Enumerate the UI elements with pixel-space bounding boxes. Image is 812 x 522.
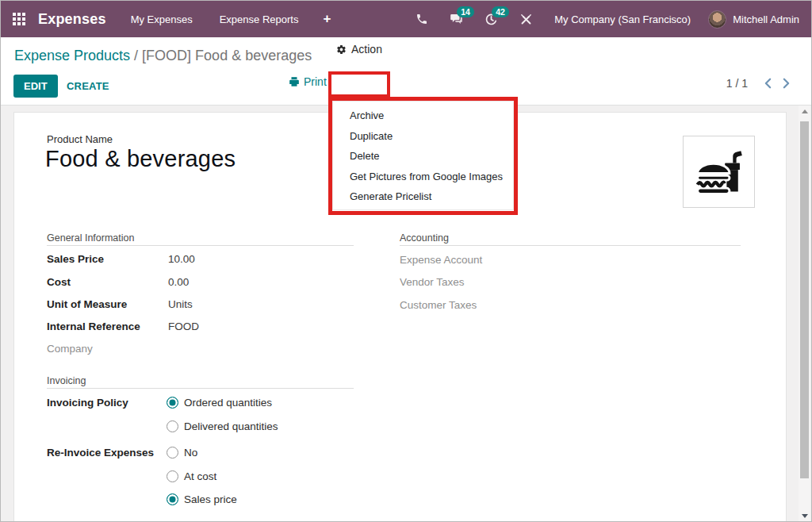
radio-label: Sales price (184, 493, 237, 505)
action-label: Action (351, 43, 382, 56)
product-name-value: Food & beverages (45, 146, 236, 172)
menu-my-expenses[interactable]: My Expenses (117, 1, 206, 37)
field-label: Unit of Measure (47, 298, 168, 310)
radio-label: Ordered quantities (184, 397, 272, 409)
odoo-window: Expenses My Expenses Expense Reports + 1… (0, 0, 812, 522)
field-cost: Cost 0.00 (47, 274, 189, 289)
radio-no[interactable]: No (167, 445, 197, 459)
menu-item-generate-pricelist[interactable]: Generate Pricelist (333, 186, 513, 207)
field-company: Company (47, 341, 168, 355)
burger-drink-icon (691, 144, 748, 201)
top-navbar: Expenses My Expenses Expense Reports + 1… (1, 1, 811, 37)
scrollbar-up-arrow-icon[interactable] (799, 106, 810, 117)
messages-count-badge: 14 (457, 6, 474, 17)
new-expense-plus-button[interactable]: + (312, 11, 342, 27)
field-label: Invoicing Policy (47, 397, 168, 409)
menu-item-delete[interactable]: Delete (333, 146, 513, 167)
field-label: Customer Taxes (400, 299, 521, 311)
menu-item-get-pictures[interactable]: Get Pictures from Google Images (333, 167, 513, 187)
radio-label: Delivered quantities (184, 420, 278, 432)
radio-ordered-quantities[interactable]: Ordered quantities (167, 395, 272, 409)
radio-button[interactable] (167, 447, 178, 459)
product-image[interactable] (683, 136, 755, 208)
field-label: Company (47, 343, 168, 355)
radio-button[interactable] (167, 470, 178, 482)
radio-button-checked[interactable] (167, 493, 178, 505)
print-button[interactable]: Print (289, 75, 327, 88)
user-avatar (708, 10, 726, 29)
scrollbar-thumb[interactable] (800, 121, 809, 478)
app-name[interactable]: Expenses (38, 11, 106, 28)
pager-previous-icon[interactable] (764, 78, 772, 89)
pager-count: 1 / 1 (726, 77, 748, 90)
radio-at-cost[interactable]: At cost (167, 469, 216, 483)
field-value[interactable]: Units (168, 298, 193, 310)
field-label: Sales Price (47, 253, 168, 265)
menu-expense-reports[interactable]: Expense Reports (206, 1, 312, 37)
field-reinvoice-expenses: Re-Invoice Expenses (47, 445, 168, 459)
menu-item-duplicate[interactable]: Duplicate (333, 126, 513, 147)
field-customer-taxes: Customer Taxes (400, 297, 521, 312)
crossed-tools-glyph (519, 13, 533, 26)
field-invoicing-policy: Invoicing Policy (47, 395, 168, 409)
breadcrumb: Expense Products / [FOOD] Food & beverag… (14, 48, 312, 64)
field-label: Vendor Taxes (400, 276, 521, 288)
pager: 1 / 1 (726, 77, 791, 90)
field-unit-of-measure: Unit of Measure Units (47, 297, 193, 311)
radio-button[interactable] (167, 420, 178, 432)
phone-icon-glyph (416, 13, 428, 25)
radio-label: No (184, 447, 197, 459)
vertical-scrollbar[interactable] (799, 106, 810, 522)
phone-icon[interactable] (410, 10, 434, 29)
action-button[interactable]: Action (332, 37, 386, 61)
activities-count-badge: 42 (492, 6, 509, 17)
pager-next-icon[interactable] (782, 78, 791, 89)
field-label: Cost (47, 276, 168, 288)
product-name-label: Product Name (47, 133, 113, 145)
field-internal-reference: Internal Reference FOOD (47, 319, 199, 333)
radio-delivered-quantities[interactable]: Delivered quantities (167, 419, 278, 433)
section-title-invoicing: Invoicing (47, 375, 86, 386)
edit-button[interactable]: EDIT (13, 75, 58, 98)
field-label: Expense Account (400, 254, 521, 266)
field-value: FOOD (168, 320, 199, 332)
breadcrumb-parent[interactable]: Expense Products (14, 48, 130, 63)
scrollbar-down-arrow-icon[interactable] (799, 510, 810, 522)
divider-accounting (400, 245, 741, 246)
create-button[interactable]: CREATE (62, 75, 114, 98)
section-title-general: General Information (47, 232, 134, 244)
field-label: Internal Reference (47, 320, 168, 332)
tools-icon[interactable] (514, 10, 538, 29)
user-menu[interactable]: Mitchell Admin (708, 10, 799, 29)
gear-icon (336, 44, 347, 55)
print-label: Print (304, 75, 327, 88)
company-switcher[interactable]: My Company (San Francisco) (554, 13, 691, 25)
divider-general (47, 245, 354, 246)
section-title-accounting: Accounting (400, 232, 449, 244)
field-label: Re-Invoice Expenses (47, 447, 168, 459)
divider-invoicing (47, 388, 354, 389)
field-sales-price: Sales Price 10.00 (47, 251, 195, 266)
apps-menu-icon[interactable] (13, 13, 25, 25)
menu-item-archive[interactable]: Archive (333, 106, 513, 126)
field-vendor-taxes: Vendor Taxes (400, 274, 521, 289)
breadcrumb-separator: / (130, 48, 142, 63)
field-expense-account: Expense Account (400, 252, 521, 267)
field-value: 10.00 (168, 253, 195, 265)
messages-icon[interactable]: 14 (444, 10, 469, 29)
printer-icon (289, 76, 300, 87)
user-name: Mitchell Admin (733, 13, 799, 25)
radio-sales-price[interactable]: Sales price (167, 492, 237, 506)
radio-button-checked[interactable] (167, 397, 178, 409)
activities-icon[interactable]: 42 (479, 10, 504, 29)
radio-label: At cost (184, 470, 216, 482)
field-value: 0.00 (168, 276, 189, 288)
control-panel: Expense Products / [FOOD] Food & beverag… (1, 37, 811, 106)
action-dropdown-menu: Archive Duplicate Delete Get Pictures fr… (332, 101, 514, 210)
breadcrumb-current: [FOOD] Food & beverages (142, 48, 312, 63)
